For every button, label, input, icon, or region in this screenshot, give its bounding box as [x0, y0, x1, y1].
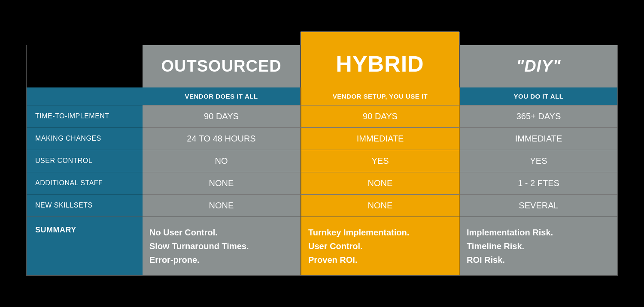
row-hybrid-value: 90 DAYS — [363, 111, 398, 121]
row-label-cell: USER CONTROL — [27, 150, 143, 172]
label-subtitle-cell — [27, 87, 143, 105]
summary-row: SUMMARY No User Control.Slow Turnaround … — [27, 217, 617, 275]
row-diy-cell: 365+ DAYS — [460, 105, 617, 127]
row-hybrid-value: NONE — [368, 178, 393, 188]
header-row: OUTSOURCED HYBRID "DIY" — [27, 45, 617, 87]
hybrid-subtitle: VENDOR SETUP, YOU USE IT — [301, 87, 460, 105]
row-diy-value: YES — [530, 156, 547, 166]
row-diy-cell: 1 - 2 FTEs — [460, 172, 617, 194]
diy-header-title: "DIY" — [516, 57, 561, 75]
diy-header: "DIY" — [460, 45, 617, 87]
row-label-cell: TIME-TO-IMPLEMENT — [27, 105, 143, 127]
row-hybrid-cell: YES — [301, 150, 460, 172]
subtitle-row: VENDOR DOES IT ALL VENDOR SETUP, YOU USE… — [27, 87, 617, 105]
hybrid-header: HYBRID — [300, 32, 459, 87]
row-label: ADDITIONAL STAFF — [35, 179, 103, 187]
row-outsourced-value: NO — [215, 156, 228, 166]
row-outsourced-value: 24 TO 48 HOURS — [187, 134, 255, 144]
row-diy-cell: IMMEDIATE — [460, 127, 617, 150]
label-header-cell — [27, 45, 143, 87]
summary-label: SUMMARY — [35, 226, 76, 235]
row-label: MAKING CHANGES — [35, 135, 101, 142]
diy-subtitle-text: YOU DO IT ALL — [514, 93, 564, 100]
row-hybrid-cell: NONE — [301, 172, 460, 194]
row-label: TIME-TO-IMPLEMENT — [35, 112, 109, 120]
row-diy-cell: YES — [460, 150, 617, 172]
row-label-cell: NEW SKILLSETS — [27, 194, 143, 217]
row-outsourced-value: 90 DAYS — [204, 111, 239, 121]
hybrid-header-title: HYBRID — [336, 51, 424, 77]
row-outsourced-value: NONE — [209, 201, 234, 211]
row-outsourced-cell: NO — [143, 150, 301, 172]
data-rows-container: TIME-TO-IMPLEMENT 90 DAYS 90 DAYS 365+ D… — [27, 105, 617, 217]
row-diy-value: 365+ DAYS — [516, 111, 561, 121]
table-row: TIME-TO-IMPLEMENT 90 DAYS 90 DAYS 365+ D… — [27, 105, 617, 127]
summary-hybrid-cell: Turnkey Implementation.User Control.Prov… — [301, 217, 460, 275]
row-outsourced-cell: NONE — [143, 172, 301, 194]
row-diy-cell: SEVERAL — [460, 194, 617, 217]
row-diy-value: IMMEDIATE — [515, 134, 562, 144]
table-row: USER CONTROL NO YES YES — [27, 150, 617, 172]
table-row: NEW SKILLSETS NONE NONE SEVERAL — [27, 194, 617, 217]
table-container: OUTSOURCED HYBRID "DIY" VENDOR DOES IT A… — [26, 45, 618, 276]
row-hybrid-cell: NONE — [301, 194, 460, 217]
hybrid-subtitle-text: VENDOR SETUP, YOU USE IT — [333, 93, 428, 100]
row-outsourced-cell: 24 TO 48 HOURS — [143, 127, 301, 150]
outsourced-header-title: OUTSOURCED — [161, 57, 282, 75]
row-hybrid-value: YES — [371, 156, 389, 166]
comparison-table: OUTSOURCED HYBRID "DIY" VENDOR DOES IT A… — [26, 31, 618, 276]
summary-label-cell: SUMMARY — [27, 217, 143, 275]
row-diy-value: 1 - 2 FTEs — [518, 178, 559, 188]
row-outsourced-value: NONE — [209, 178, 234, 188]
summary-outsourced-text: No User Control.Slow Turnaround Times.Er… — [149, 226, 249, 267]
summary-outsourced-cell: No User Control.Slow Turnaround Times.Er… — [143, 217, 301, 275]
row-label: NEW SKILLSETS — [35, 202, 93, 209]
summary-diy-cell: Implementation Risk.Timeline Risk.ROI Ri… — [460, 217, 617, 275]
row-hybrid-value: NONE — [368, 201, 393, 211]
diy-subtitle: YOU DO IT ALL — [460, 87, 617, 105]
outsourced-header: OUTSOURCED — [143, 45, 300, 87]
row-label-cell: MAKING CHANGES — [27, 127, 143, 150]
row-hybrid-cell: IMMEDIATE — [301, 127, 460, 150]
summary-diy-text: Implementation Risk.Timeline Risk.ROI Ri… — [467, 226, 553, 267]
row-outsourced-cell: 90 DAYS — [143, 105, 301, 127]
table-row: ADDITIONAL STAFF NONE NONE 1 - 2 FTEs — [27, 172, 617, 194]
row-hybrid-cell: 90 DAYS — [301, 105, 460, 127]
row-label-cell: ADDITIONAL STAFF — [27, 172, 143, 194]
outsourced-subtitle-text: VENDOR DOES IT ALL — [185, 93, 258, 100]
row-outsourced-cell: NONE — [143, 194, 301, 217]
summary-hybrid-text: Turnkey Implementation.User Control.Prov… — [308, 226, 409, 267]
table-row: MAKING CHANGES 24 TO 48 HOURS IMMEDIATE … — [27, 127, 617, 150]
row-diy-value: SEVERAL — [519, 201, 558, 211]
outsourced-subtitle: VENDOR DOES IT ALL — [143, 87, 301, 105]
row-hybrid-value: IMMEDIATE — [357, 134, 404, 144]
row-label: USER CONTROL — [35, 157, 92, 165]
